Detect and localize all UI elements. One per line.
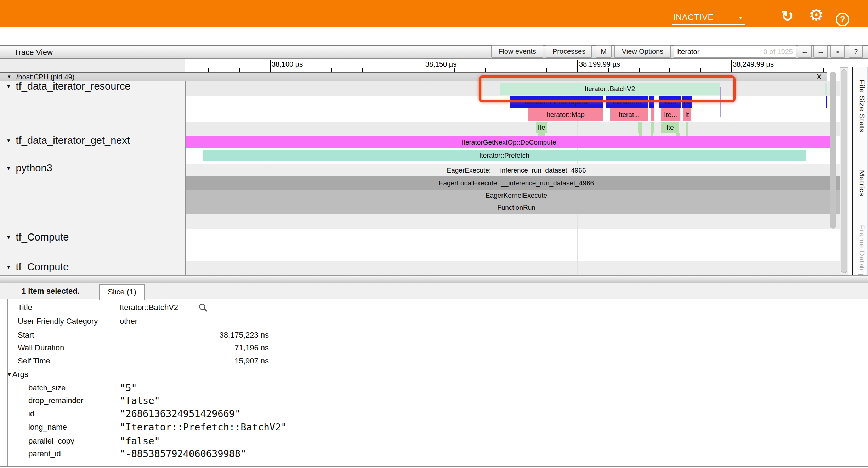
selection-status: 1 item selected.	[22, 283, 80, 299]
trace-event-bar[interactable]: IteratorGetNextOp::DoCompute	[186, 136, 832, 148]
ruler-left-pad	[0, 59, 185, 72]
ruler-minor-tick	[516, 68, 516, 72]
arg-label: parallel_copy	[28, 434, 74, 448]
status-dropdown[interactable]: INACTIVE ▼	[672, 10, 745, 25]
toolbar-button-flow-events[interactable]: Flow events	[491, 45, 543, 58]
trace-event-bar[interactable]	[825, 83, 827, 95]
triangle-down-icon: ▾	[7, 137, 10, 144]
ruler-major-tick	[577, 60, 578, 72]
trace-viewer-app: INACTIVE ▼ ↻ ⚙ ? Trace View Flow eventsP…	[0, 0, 868, 468]
ruler-minor-tick	[239, 68, 240, 72]
right-sidebar: File Size StatsMetricsFrame DataInput Pi…	[853, 67, 868, 275]
triangle-down-icon: ▾	[7, 264, 10, 270]
trace-event-bar[interactable]	[538, 133, 545, 136]
ruler-minor-tick	[362, 68, 363, 72]
trace-event-bar[interactable]: FunctionRun	[186, 202, 847, 214]
detail-value: other	[120, 315, 137, 328]
trace-event-bar[interactable]	[826, 96, 827, 108]
trace-event-bar[interactable]: Ite	[682, 96, 692, 108]
trace-event-bar[interactable]	[651, 133, 653, 136]
gear-icon[interactable]: ⚙	[807, 6, 826, 24]
detail-label: User Friendly Category	[18, 315, 98, 328]
trace-event-bar[interactable]: Iterator:...	[606, 96, 648, 108]
triangle-down-icon: ▾	[7, 83, 10, 90]
app-header: INACTIVE ▼ ↻ ⚙ ?	[0, 0, 868, 27]
toolbar-button-processes[interactable]: Processes	[546, 45, 592, 58]
trace-event-bar[interactable]: Ite...	[661, 108, 680, 121]
trace-event-bar[interactable]: It	[683, 108, 691, 121]
row-band	[186, 261, 847, 275]
trace-event-bar[interactable]	[651, 122, 654, 133]
trace-event-bar[interactable]: Iterator::Prefetch	[203, 150, 806, 161]
args-label: Args	[12, 370, 28, 379]
detail-label: Start	[18, 328, 34, 342]
ruler-tick-label: 38,199.99 µs	[579, 60, 620, 68]
sidebar-tab-input-pipeline[interactable]: Input Pipeline	[856, 266, 866, 275]
trace-event-bar[interactable]: EagerKernelExecute	[186, 190, 847, 202]
detail-label: Title	[18, 301, 32, 314]
track-label-tf-data-iterator-resource-0[interactable]: ▾tf_data_iterator_resource	[7, 80, 131, 92]
sidebar-tab-file-size-stats[interactable]: File Size Stats	[856, 80, 866, 132]
track-label-text: tf_Compute	[16, 231, 69, 243]
trace-event-bar[interactable]: EagerLocalExecute: __inference_run_datas…	[186, 176, 847, 190]
canvas-scrollbar-thumb[interactable]	[830, 72, 836, 229]
arg-row-parent-id: parent_id"-8853857924060639988"	[0, 447, 354, 461]
trace-event-bar[interactable]	[639, 133, 642, 136]
search-input[interactable]: Iterator 0 of 1925	[674, 45, 796, 58]
trace-event-bar[interactable]	[651, 108, 654, 121]
outer-scrollbar-thumb[interactable]	[841, 69, 847, 273]
detail-row-start: Start38,175,223 ns	[0, 328, 354, 342]
detail-value: 38,175,223 ns	[120, 328, 269, 342]
toolbar-button-m[interactable]: M	[596, 45, 612, 58]
ruler-tick-label: 38,249.99 µs	[733, 60, 774, 68]
skip-forward-button[interactable]: »	[830, 45, 845, 58]
search-next-button[interactable]: →	[813, 45, 828, 58]
trace-event-bar[interactable]: EagerExecute: __inference_run_dataset_49…	[186, 164, 847, 176]
track-label-text: tf_data_iterator_get_next	[16, 135, 130, 146]
trace-event-bar[interactable]	[638, 122, 642, 133]
timeline-canvas[interactable]: Iterator::BatchV2Iterator::FiniteRepeatI…	[186, 81, 847, 275]
trace-event-bar[interactable]	[649, 96, 654, 108]
ruler-major-tick	[731, 60, 732, 72]
help-button[interactable]: ?	[849, 45, 863, 58]
ruler-tick-label: 38,100 µs	[272, 60, 303, 68]
search-prev-button[interactable]: ←	[798, 45, 812, 58]
detail-value: 15,907 ns	[120, 354, 269, 368]
close-icon[interactable]: X	[817, 73, 822, 81]
trace-event-bar[interactable]: Ite	[536, 122, 547, 133]
ruler-tick-label: 38,150 µs	[425, 60, 456, 68]
arg-row-long-name: long_name"Iterator::Prefetch::BatchV2"	[0, 421, 354, 434]
trace-event-bar[interactable]: Iterator::FiniteRepeat	[510, 96, 603, 108]
trace-event-bar[interactable]: Iterator::BatchV2	[500, 83, 720, 95]
arg-row-id: id"2686136324951429669"	[0, 407, 354, 421]
toolbar-button-view-options[interactable]: View Options	[614, 45, 671, 58]
arg-label: drop_remainder	[28, 394, 83, 407]
track-label-tf-compute-3[interactable]: ▾tf_Compute	[7, 231, 69, 243]
trace-event-bar[interactable]: Ite...	[659, 96, 681, 108]
track-label-text: tf_data_iterator_resource	[16, 80, 131, 92]
panel-splitter[interactable]	[0, 275, 868, 283]
arg-row-parallel-copy: parallel_copy"false"	[0, 434, 354, 448]
refresh-icon[interactable]: ↻	[778, 9, 796, 24]
args-toggle[interactable]: ▼Args	[6, 368, 28, 381]
track-label-tf-compute-4[interactable]: ▾tf_Compute	[7, 261, 69, 273]
trace-event-bar[interactable]: Iterator::Map	[528, 108, 603, 121]
trace-event-bar[interactable]: Iterat...	[610, 108, 648, 121]
trace-event-bar[interactable]	[676, 133, 680, 136]
magnifier-icon[interactable]	[198, 303, 208, 313]
tab-slice[interactable]: Slice (1)	[99, 284, 145, 300]
track-label-tf-data-iterator-get-next-1[interactable]: ▾tf_data_iterator_get_next	[7, 135, 130, 146]
detail-label: Wall Duration	[18, 341, 64, 355]
track-label-python3-2[interactable]: ▾python3	[7, 162, 52, 174]
trace-event-bar[interactable]	[686, 122, 688, 133]
arg-row-drop-remainder: drop_remainder"false"	[0, 394, 354, 407]
trace-event-bar[interactable]: Ite	[661, 122, 679, 133]
trace-event-bar[interactable]	[686, 133, 688, 136]
sidebar-tab-frame-data[interactable]: Frame Data	[856, 225, 866, 268]
arg-value: "false"	[120, 434, 160, 448]
help-icon[interactable]: ?	[836, 13, 849, 26]
process-header[interactable]: ▾ /host:CPU (pid 49) X	[0, 72, 827, 81]
ruler-minor-tick	[608, 68, 609, 72]
sidebar-tab-metrics[interactable]: Metrics	[856, 170, 866, 197]
detail-row-wall-duration: Wall Duration71,196 ns	[0, 341, 354, 355]
